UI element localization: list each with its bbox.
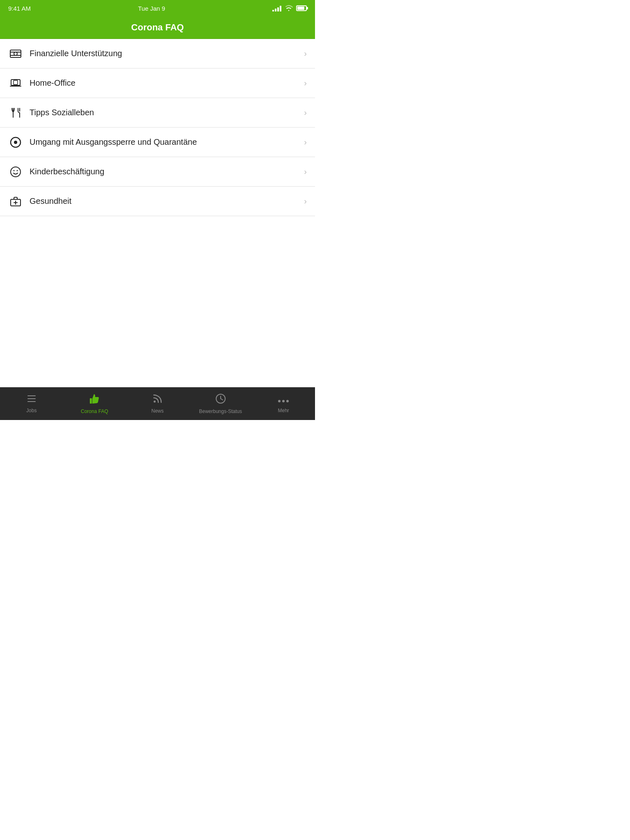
thumbs-up-icon (89, 393, 100, 406)
smile-icon (8, 166, 23, 178)
page-title: Corona FAQ (0, 22, 315, 33)
list-item-finanzielle[interactable]: Finanzielle Unterstützung › (0, 39, 315, 68)
chevron-right-icon: › (304, 108, 307, 117)
list-item-quarantaene[interactable]: Umgang mit Ausgangssperre und Quarantäne… (0, 128, 315, 157)
svg-rect-19 (90, 398, 92, 404)
list-item-homeoffice[interactable]: Home-Office › (0, 68, 315, 98)
faq-list: Finanzielle Unterstützung › Home-Office … (0, 39, 315, 216)
rss-icon (153, 394, 162, 406)
status-bar: 9:41 AM Tue Jan 9 (0, 0, 315, 16)
svg-point-12 (17, 170, 18, 171)
tab-corona-faq[interactable]: Corona FAQ (63, 388, 126, 420)
tab-corona-faq-label: Corona FAQ (81, 409, 108, 414)
tab-bewerbungs-status-label: Bewerbungs-Status (199, 409, 242, 414)
svg-point-26 (286, 400, 289, 402)
svg-point-9 (14, 141, 17, 144)
tab-mehr[interactable]: Mehr (252, 388, 315, 420)
list-icon (26, 394, 37, 406)
chevron-right-icon: › (304, 78, 307, 88)
svg-point-24 (278, 400, 281, 402)
status-time: 9:41 AM (8, 5, 31, 12)
list-item-kinder[interactable]: Kinderbeschäftigung › (0, 157, 315, 187)
list-item-gesundheit[interactable]: Gesundheit › (0, 187, 315, 216)
utensils-icon (8, 107, 23, 118)
laptop-icon (8, 78, 23, 88)
list-item-label-kinder: Kinderbeschäftigung (30, 167, 304, 176)
svg-point-25 (282, 400, 285, 402)
wifi-icon (285, 5, 293, 11)
tab-news-label: News (151, 408, 164, 414)
svg-point-20 (153, 401, 155, 403)
tab-mehr-label: Mehr (278, 408, 289, 413)
svg-rect-0 (10, 50, 21, 57)
svg-rect-5 (14, 80, 18, 84)
page-header: Corona FAQ (0, 16, 315, 39)
svg-point-1 (14, 52, 17, 55)
money-icon (8, 49, 23, 59)
chevron-right-icon: › (304, 167, 307, 176)
svg-line-23 (221, 399, 223, 400)
chevron-right-icon: › (304, 196, 307, 206)
chevron-right-icon: › (304, 137, 307, 147)
tab-jobs-label: Jobs (26, 408, 37, 413)
list-item-label-finanzielle: Finanzielle Unterstützung (30, 49, 304, 58)
signal-bars-icon (272, 5, 281, 11)
battery-icon (296, 5, 307, 11)
status-bar-right (272, 5, 307, 11)
tab-bewerbungs-status[interactable]: Bewerbungs-Status (189, 388, 252, 420)
svg-point-10 (11, 167, 21, 177)
ellipsis-icon (278, 394, 289, 406)
list-item-label-homeoffice: Home-Office (30, 78, 304, 88)
clock-icon (215, 393, 226, 406)
briefcase-medical-icon (8, 196, 23, 207)
tab-jobs[interactable]: Jobs (0, 388, 63, 420)
status-date: Tue Jan 9 (138, 5, 165, 12)
list-item-sozialleben[interactable]: Tipps Sozialleben › (0, 98, 315, 128)
tab-news[interactable]: News (126, 388, 189, 420)
list-item-label-sozialleben: Tipps Sozialleben (30, 108, 304, 117)
chevron-right-icon: › (304, 49, 307, 58)
content-area: 9:41 AM Tue Jan 9 Corona FAQ (0, 0, 315, 387)
list-item-label-gesundheit: Gesundheit (30, 196, 304, 206)
list-item-label-quarantaene: Umgang mit Ausgangssperre und Quarantäne (30, 137, 304, 147)
ban-icon (8, 137, 23, 148)
tab-bar: Jobs Corona FAQ News Be (0, 387, 315, 420)
svg-point-11 (14, 170, 15, 171)
